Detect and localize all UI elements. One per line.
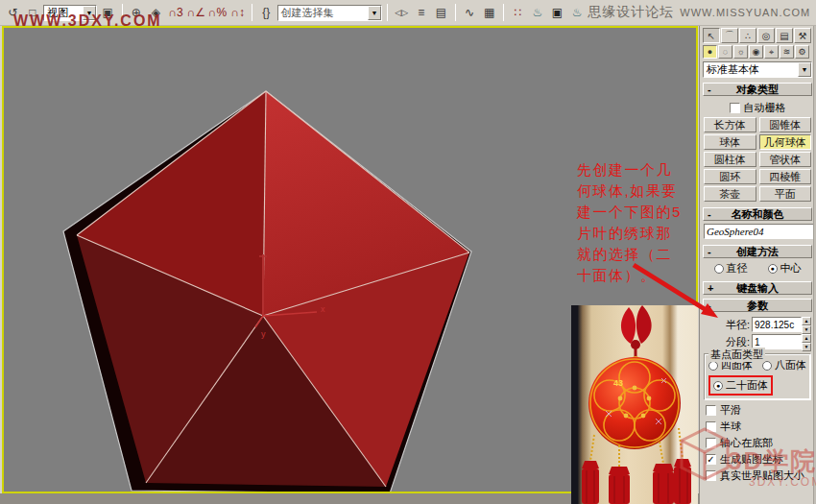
radio-label: 八面体 bbox=[775, 358, 806, 372]
primitive-type-value: 标准基本体 bbox=[707, 62, 759, 77]
category-lights-icon[interactable]: ☼ bbox=[733, 45, 748, 59]
rollout-header-name-color[interactable]: - 名称和颜色 bbox=[703, 207, 812, 221]
radio-icon[interactable]: ● bbox=[768, 264, 778, 274]
percent-snap-icon[interactable]: ∩% bbox=[207, 3, 227, 22]
forum-branding: 思缘设计论坛 WWW.MISSYUAN.COM bbox=[588, 4, 810, 21]
autogrid-label: 自动栅格 bbox=[744, 101, 786, 115]
button-sphere[interactable]: 球体 bbox=[704, 134, 756, 150]
tab-display[interactable]: ▤ bbox=[776, 28, 793, 43]
spinner-down-icon[interactable]: ▼ bbox=[802, 325, 811, 334]
hemisphere-checkbox[interactable] bbox=[706, 421, 716, 432]
base-to-pivot-checkbox[interactable] bbox=[706, 438, 716, 448]
rollout-title: 参数 bbox=[747, 300, 768, 311]
chevron-down-icon[interactable]: ▼ bbox=[798, 62, 811, 77]
tab-utilities[interactable]: ⚒ bbox=[794, 28, 811, 43]
rollout-header-object-type[interactable]: - 对象类型 bbox=[703, 83, 812, 96]
material-editor-icon[interactable]: ∷ bbox=[509, 3, 527, 22]
rendered-frame-icon[interactable]: ▣ bbox=[548, 3, 566, 22]
base-to-pivot-row: 轴心在底部 bbox=[706, 436, 811, 450]
rollout-name-color: - 名称和颜色 bbox=[703, 207, 812, 241]
category-geometry-icon[interactable]: ● bbox=[703, 45, 717, 59]
hemisphere-label: 半球 bbox=[720, 420, 741, 434]
category-helpers-icon[interactable]: ⌖ bbox=[764, 45, 779, 59]
radio-icon[interactable]: ● bbox=[713, 381, 723, 391]
radio-center[interactable]: ● 中心 bbox=[768, 261, 802, 276]
button-geosphere[interactable]: 几何球体 bbox=[759, 134, 812, 150]
annotation-line: 先创建一个几 bbox=[577, 159, 704, 180]
category-systems-icon[interactable]: ⚙ bbox=[795, 45, 809, 59]
mirror-icon[interactable]: ◁▷ bbox=[393, 3, 411, 22]
snap-toggle-3d-icon[interactable]: ∩3 bbox=[167, 3, 185, 22]
tab-hierarchy[interactable]: ∴ bbox=[739, 28, 756, 43]
axis-x-label: x bbox=[321, 304, 325, 314]
smooth-row: 平滑 bbox=[706, 403, 811, 418]
smooth-label: 平滑 bbox=[720, 403, 741, 418]
autogrid-row: 自动栅格 bbox=[704, 101, 811, 115]
spinner-snap-icon[interactable]: ∩↕ bbox=[228, 3, 247, 22]
layers-icon[interactable]: ▤ bbox=[432, 3, 450, 22]
tab-motion[interactable]: ◎ bbox=[757, 28, 775, 43]
annotation-line: 片叶的绣球那 bbox=[577, 223, 704, 244]
object-name-input[interactable] bbox=[704, 224, 816, 239]
real-world-map-row: 真实世界贴图大小 bbox=[706, 468, 811, 483]
radius-input[interactable]: 928.125c bbox=[752, 317, 802, 332]
radio-icon[interactable] bbox=[762, 361, 772, 371]
schematic-view-icon[interactable]: ▦ bbox=[480, 3, 498, 22]
radio-icon[interactable] bbox=[708, 361, 718, 371]
primitive-type-dropdown[interactable]: 标准基本体 ▼ bbox=[703, 61, 812, 78]
mapping-coords-label: 生成贴图坐标 bbox=[720, 452, 783, 467]
toolbar-divider bbox=[387, 4, 388, 21]
base-face-type-label: 基点面类型 bbox=[708, 348, 765, 362]
align-icon[interactable]: ≡ bbox=[412, 3, 430, 22]
create-categories: ● ◌ ☼ ◉ ⌖ ≋ ⚙ bbox=[703, 45, 812, 59]
category-spacewarps-icon[interactable]: ≋ bbox=[780, 45, 794, 59]
forum-url: WWW.MISSYUAN.COM bbox=[680, 7, 810, 18]
button-cylinder[interactable]: 圆柱体 bbox=[704, 152, 756, 167]
radio-label: 二十面体 bbox=[726, 378, 768, 393]
spinner-up-icon[interactable]: ▲ bbox=[802, 334, 811, 343]
real-world-map-checkbox[interactable] bbox=[706, 470, 716, 481]
smooth-checkbox[interactable] bbox=[706, 405, 716, 416]
name-color-row bbox=[704, 224, 811, 239]
button-plane[interactable]: 平面 bbox=[759, 186, 812, 202]
curve-editor-icon[interactable]: ∿ bbox=[461, 3, 479, 22]
tab-create[interactable]: ↖ bbox=[703, 28, 720, 43]
button-teapot[interactable]: 茶壶 bbox=[704, 186, 756, 202]
category-shapes-icon[interactable]: ◌ bbox=[718, 45, 732, 59]
button-cone[interactable]: 圆锥体 bbox=[759, 117, 812, 132]
angle-snap-icon[interactable]: ∩∠ bbox=[186, 3, 205, 22]
named-selection-sets-icon[interactable]: {} bbox=[257, 3, 276, 22]
button-box[interactable]: 长方体 bbox=[704, 117, 756, 132]
axis-y-label: y bbox=[261, 329, 266, 339]
button-pyramid[interactable]: 四棱锥 bbox=[759, 169, 812, 184]
tab-modify[interactable]: ⌒ bbox=[721, 28, 738, 43]
primitive-buttons: 长方体 圆锥体 球体 几何球体 圆柱体 管状体 圆环 四棱锥 茶壶 平面 bbox=[704, 117, 811, 202]
button-tube[interactable]: 管状体 bbox=[759, 152, 812, 167]
collapse-icon: - bbox=[708, 84, 711, 95]
toolbar-divider bbox=[252, 4, 252, 21]
named-selection-set-dropdown[interactable]: 创建选择集 ▼ bbox=[277, 5, 382, 21]
quick-render-icon[interactable]: ♨ bbox=[568, 3, 587, 22]
autogrid-checkbox[interactable] bbox=[730, 103, 740, 113]
mapping-coords-checkbox[interactable]: ✓ bbox=[706, 454, 716, 465]
tutorial-highlight-box: ● 二十面体 bbox=[708, 375, 773, 396]
base-to-pivot-label: 轴心在底部 bbox=[720, 436, 773, 450]
spinner-up-icon[interactable]: ▲ bbox=[802, 317, 811, 325]
radio-icosa[interactable]: ● 二十面体 bbox=[713, 378, 768, 393]
radio-octa[interactable]: 八面体 bbox=[762, 358, 806, 372]
chevron-down-icon[interactable]: ▼ bbox=[368, 6, 381, 20]
annotation-line: 建一个下图的5 bbox=[577, 202, 704, 223]
forum-name: 思缘设计论坛 bbox=[588, 4, 674, 21]
rollout-title: 对象类型 bbox=[736, 84, 779, 95]
toolbar-divider bbox=[503, 4, 504, 21]
rollout-title: 键盘输入 bbox=[736, 282, 779, 294]
embroidered-ball: 43 bbox=[588, 357, 681, 449]
spinner-down-icon[interactable]: ▼ bbox=[802, 343, 811, 351]
watermark-3dxy: WWW.3DXY.COM bbox=[13, 12, 162, 30]
reference-photo: 43 bbox=[571, 305, 698, 504]
annotation-line: 何球体,如果要 bbox=[577, 180, 704, 202]
button-torus[interactable]: 圆环 bbox=[704, 169, 756, 184]
category-cameras-icon[interactable]: ◉ bbox=[749, 45, 763, 59]
annotation-arrow bbox=[614, 250, 730, 328]
render-setup-icon[interactable]: ♨ bbox=[529, 3, 547, 22]
